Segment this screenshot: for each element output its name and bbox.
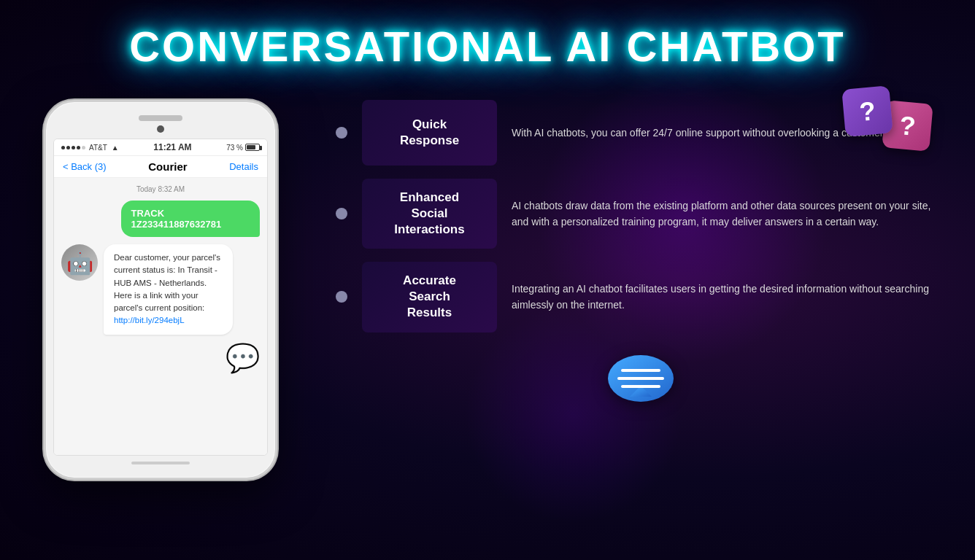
received-message-wrapper: 🤖 Dear customer, your parcel's current s… bbox=[61, 244, 260, 335]
status-time: 11:21 AM bbox=[153, 142, 191, 152]
question-icon-1: ? bbox=[841, 85, 893, 136]
bot-avatar: 🤖 bbox=[61, 244, 98, 281]
phone-speaker bbox=[139, 115, 182, 121]
content-area: AT&T ▲ 11:21 AM 73 % < Back ( bbox=[0, 78, 975, 494]
signal-dot bbox=[77, 146, 80, 149]
feature-row-2: EnhancedSocialInteractions AI chatbots d… bbox=[336, 179, 946, 249]
feature-dot-1 bbox=[336, 127, 347, 139]
nav-title: Courier bbox=[148, 160, 187, 173]
carrier-label: AT&T bbox=[89, 144, 107, 152]
wifi-icon: ▲ bbox=[112, 144, 119, 152]
battery-pct: 73 % bbox=[226, 144, 243, 152]
question-icons: ? ? bbox=[844, 88, 931, 149]
phone-screen: AT&T ▲ 11:21 AM 73 % < Back ( bbox=[53, 139, 268, 456]
chat-area: Today 8:32 AM TRACK1Z233411887632781 🤖 D… bbox=[54, 178, 267, 455]
carrier-info: AT&T ▲ bbox=[61, 144, 119, 152]
signal-dot bbox=[66, 146, 70, 149]
chat-date: Today 8:32 AM bbox=[61, 185, 260, 193]
signal-dots bbox=[61, 146, 85, 149]
chat-emoji: 💬 bbox=[61, 342, 260, 374]
feature-card-3: AccurateSearchResults bbox=[362, 262, 497, 332]
chat-bubble-icon bbox=[604, 353, 677, 408]
feature-card-1: QuickResponse bbox=[362, 100, 497, 166]
sent-message: TRACK1Z233411887632781 bbox=[121, 201, 260, 237]
chat-bubble-area bbox=[336, 353, 946, 408]
status-bar: AT&T ▲ 11:21 AM 73 % bbox=[54, 139, 267, 156]
nav-bar: < Back (3) Courier Details bbox=[54, 156, 267, 178]
nav-back[interactable]: < Back (3) bbox=[63, 161, 107, 172]
feature-desc-3: Integrating an AI chatbot facilitates us… bbox=[512, 281, 946, 314]
feature-title-3: AccurateSearchResults bbox=[403, 273, 456, 321]
battery-info: 73 % bbox=[226, 144, 260, 152]
feature-title-1: QuickResponse bbox=[400, 117, 459, 149]
signal-dot-empty bbox=[82, 146, 85, 149]
phone-camera bbox=[157, 125, 164, 133]
nav-details[interactable]: Details bbox=[229, 161, 258, 172]
battery-fill bbox=[247, 145, 255, 149]
feature-card-2: EnhancedSocialInteractions bbox=[362, 179, 497, 249]
phone-mockup: AT&T ▲ 11:21 AM 73 % < Back ( bbox=[44, 100, 277, 480]
parcel-link[interactable]: http://bit.ly/294ebjL bbox=[114, 316, 185, 324]
received-message: Dear customer, your parcel's current sta… bbox=[104, 244, 233, 335]
phone-container: AT&T ▲ 11:21 AM 73 % < Back ( bbox=[44, 100, 314, 480]
signal-dot bbox=[61, 146, 65, 149]
feature-desc-2: AI chatbots draw data from the existing … bbox=[512, 198, 946, 230]
feature-dot-3 bbox=[336, 291, 347, 303]
phone-home-bar bbox=[131, 462, 190, 464]
feature-title-2: EnhancedSocialInteractions bbox=[394, 190, 464, 238]
robot-icon: 🤖 bbox=[66, 250, 93, 276]
feature-dot-2 bbox=[336, 208, 347, 219]
page-title: CONVERSATIONAL AI CHATBOT bbox=[0, 0, 975, 71]
feature-row-3: AccurateSearchResults Integrating an AI … bbox=[336, 262, 946, 332]
signal-dot bbox=[72, 146, 75, 149]
battery-bar bbox=[245, 144, 260, 151]
page-wrapper: CONVERSATIONAL AI CHATBOT ? ? bbox=[0, 0, 975, 560]
